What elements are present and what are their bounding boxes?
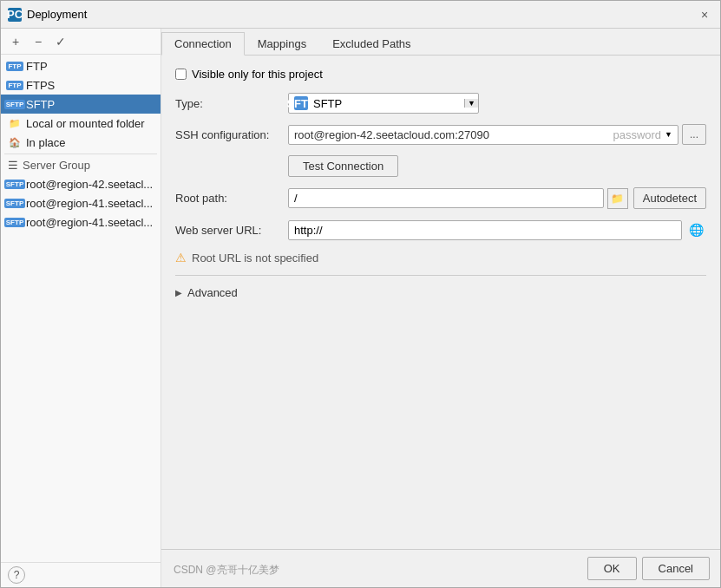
sftp-icon: SFTP [8,97,22,111]
type-label: Type: [175,97,288,110]
sidebar-item-label: FTP [26,60,48,73]
visible-only-checkbox[interactable] [175,69,187,80]
home-icon: 🏠 [8,135,22,149]
app-icon: PC [8,8,22,22]
cancel-button[interactable]: Cancel [642,557,710,580]
test-conn-row: Test Connection [288,155,706,177]
ftps-icon: FTP [8,78,22,92]
server-icon: SFTP [8,177,22,191]
divider [175,275,706,276]
root-path-input[interactable] [288,188,604,208]
folder-icon: 📁 [8,116,22,130]
url-browse-icon[interactable]: 🌐 [685,219,706,240]
ssh-config-value: root@region-42.seetacloud.com:27090 [294,128,613,141]
type-select-value: SFTP [313,97,459,110]
tab-excluded-paths[interactable]: Excluded Paths [319,32,423,55]
add-server-button[interactable]: + [6,32,25,51]
warning-row: ⚠ Root URL is not specified [175,251,706,265]
autodetect-button[interactable]: Autodetect [633,187,706,209]
right-panel: Connection Mappings Excluded Paths Visib… [161,29,720,587]
sidebar-toolbar: + − ✓ [1,29,161,55]
sidebar-separator [4,154,157,154]
ssh-select-arrow: ▼ [665,130,672,139]
visible-only-label: Visible only for this project [192,68,323,81]
server-label: root@region-41.seetacl... [26,197,153,210]
server-icon: SFTP [8,196,22,210]
sidebar-bottom: ? [1,562,161,587]
server-label: root@region-42.seetacl... [26,178,153,191]
ssh-config-select[interactable]: root@region-42.seetacloud.com:27090 pass… [288,125,678,145]
test-connection-button[interactable]: Test Connection [288,155,398,177]
web-server-url-row: Web server URL: 🌐 [175,219,706,240]
ftp-icon: FTP [8,59,22,73]
path-container: 📁 [288,188,628,209]
root-path-control: 📁 Autodetect [288,187,706,209]
sidebar-server-2[interactable]: SFTP root@region-41.seetacl... [1,193,161,212]
advanced-label: Advanced [187,286,238,299]
connection-tab-content: Visible only for this project Type: SFTP… [161,56,720,549]
help-button[interactable]: ? [8,566,25,584]
advanced-arrow-icon: ▶ [175,288,182,297]
title-bar: PC Deployment × [1,1,720,29]
warning-icon: ⚠ [175,251,187,265]
tabs-bar: Connection Mappings Excluded Paths [161,29,720,56]
web-server-url-label: Web server URL: [175,224,288,237]
sidebar: + − ✓ FTP FTP FTP FTPS [1,29,161,587]
ssh-config-container: root@region-42.seetacloud.com:27090 pass… [288,124,706,145]
root-path-label: Root path: [175,192,288,205]
sidebar-item-label: In place [26,136,66,149]
server-group-label: ☰ Server Group [1,156,161,174]
warning-text: Root URL is not specified [192,252,318,265]
ssh-config-row: SSH configuration: root@region-42.seetac… [175,124,706,145]
close-button[interactable]: × [696,6,713,23]
server-icon: SFTP [8,215,22,229]
sidebar-item-ftp[interactable]: FTP FTP [1,56,161,75]
type-select[interactable]: SFTP SFTP ▼ [288,93,479,114]
deployment-dialog: PC Deployment × + − ✓ FTP FTP F [0,0,721,588]
sidebar-item-label: Local or mounted folder [26,117,145,130]
server-label: root@region-41.seetacl... [26,216,153,229]
sidebar-item-label: FTPS [26,79,55,92]
sidebar-server-1[interactable]: SFTP root@region-42.seetacl... [1,174,161,193]
dialog-title: Deployment [27,8,696,21]
sidebar-item-ftps[interactable]: FTP FTPS [1,75,161,95]
ssh-config-hint: password [613,128,661,141]
web-server-url-input[interactable] [288,220,682,240]
ok-button[interactable]: OK [587,557,637,580]
server-group-icon: ☰ [8,159,18,172]
sidebar-item-sftp[interactable]: SFTP SFTP [1,95,161,114]
ssh-config-label: SSH configuration: [175,128,288,141]
sidebar-server-3[interactable]: SFTP root@region-41.seetacl... [1,212,161,232]
type-control: SFTP SFTP ▼ [288,93,706,114]
remove-server-button[interactable]: − [29,32,48,51]
sftp-type-icon: SFTP [294,96,308,110]
main-content: + − ✓ FTP FTP FTP FTPS [1,29,720,587]
type-row: Type: SFTP SFTP ▼ [175,93,706,114]
root-path-row: Root path: 📁 Autodetect [175,187,706,209]
sidebar-item-label: SFTP [26,98,55,111]
tab-connection[interactable]: Connection [161,32,245,56]
tab-mappings[interactable]: Mappings [245,32,319,55]
ssh-config-control: root@region-42.seetacloud.com:27090 pass… [288,124,706,145]
sidebar-item-inplace[interactable]: 🏠 In place [1,133,161,152]
sidebar-item-local[interactable]: 📁 Local or mounted folder [1,114,161,133]
web-server-url-control: 🌐 [288,219,706,240]
browse-folder-button[interactable]: 📁 [607,188,628,209]
visible-only-row: Visible only for this project [175,68,706,81]
sidebar-items: FTP FTP FTP FTPS SFTP SFTP [1,55,161,562]
advanced-row[interactable]: ▶ Advanced [175,286,706,299]
url-container: 🌐 [288,219,706,240]
dialog-footer: OK Cancel [161,549,720,587]
select-arrow-icon: ▼ [464,99,478,108]
ssh-edit-button[interactable]: ... [682,124,706,145]
apply-button[interactable]: ✓ [51,32,70,51]
